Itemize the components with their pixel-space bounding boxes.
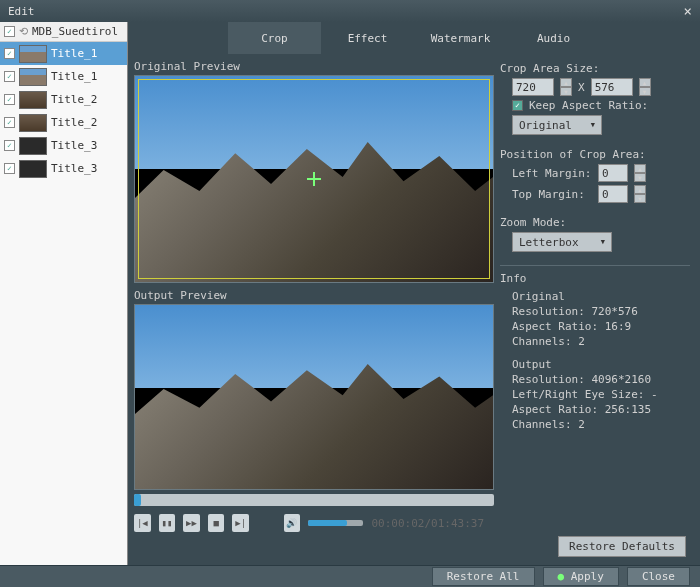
sidebar-item-label: Title_1 <box>51 70 97 83</box>
crop-size-label: Crop Area Size: <box>500 62 690 75</box>
timecode: 00:00:02/01:43:37 <box>371 517 484 530</box>
footer: Restore All Apply Close <box>0 565 700 587</box>
restore-all-button[interactable]: Restore All <box>432 567 535 586</box>
close-button[interactable]: Close <box>627 567 690 586</box>
output-preview-label: Output Preview <box>134 289 484 302</box>
window-title: Edit <box>8 5 35 18</box>
crop-panel: Crop Area Size: 720 ▲▼ X 576 ▲▼ ✓ Keep A… <box>490 54 700 565</box>
info-out-res: Resolution: 4096*2160 <box>512 372 690 387</box>
restore-defaults-button[interactable]: Restore Defaults <box>558 536 686 557</box>
keep-ratio-label: Keep Aspect Ratio: <box>529 99 648 112</box>
sidebar-item-label: Title_3 <box>51 139 97 152</box>
left-margin-label: Left Margin: <box>512 167 592 180</box>
sidebar-item[interactable]: ✓Title_1 <box>0 42 127 65</box>
seek-bar[interactable] <box>134 494 494 506</box>
crop-position-label: Position of Crop Area: <box>500 148 690 161</box>
keep-ratio-checkbox[interactable]: ✓ <box>512 100 523 111</box>
info-output-label: Output <box>512 357 690 372</box>
crop-width-input[interactable]: 720 <box>512 78 554 96</box>
volume-icon[interactable]: 🔊 <box>284 514 301 532</box>
checkbox-icon[interactable]: ✓ <box>4 117 15 128</box>
top-margin-input[interactable]: 0 <box>598 185 628 203</box>
fast-forward-icon[interactable]: ▶▶ <box>183 514 200 532</box>
tab-watermark[interactable]: Watermark <box>414 22 507 54</box>
sidebar-item[interactable]: ✓Title_2 <box>0 111 127 134</box>
original-preview-label: Original Preview <box>134 60 484 73</box>
pause-icon[interactable]: ▮▮ <box>159 514 176 532</box>
top-spinner[interactable]: ▲▼ <box>634 185 646 203</box>
aspect-ratio-select[interactable]: Original <box>512 115 602 135</box>
workarea: Original Preview Output Preview |◀ ▮▮ <box>128 54 700 565</box>
info-title: Info <box>500 272 690 285</box>
sidebar-item[interactable]: ✓Title_3 <box>0 134 127 157</box>
thumbnail <box>19 68 47 86</box>
left-margin-input[interactable]: 0 <box>598 164 628 182</box>
volume-slider[interactable] <box>308 520 363 526</box>
thumbnail <box>19 45 47 63</box>
top-margin-label: Top Margin: <box>512 188 592 201</box>
zoom-mode-label: Zoom Mode: <box>500 216 690 229</box>
info-original-label: Original <box>512 289 690 304</box>
x-label: X <box>578 81 585 94</box>
zoom-mode-select[interactable]: Letterbox <box>512 232 612 252</box>
original-preview[interactable] <box>134 75 494 283</box>
titlebar: Edit × <box>0 0 700 22</box>
next-icon[interactable]: ▶| <box>232 514 249 532</box>
crop-frame[interactable] <box>138 79 490 279</box>
checkbox-icon[interactable]: ✓ <box>4 94 15 105</box>
info-out-aspect: Aspect Ratio: 256:135 <box>512 402 690 417</box>
info-box: Info Original Resolution: 720*576 Aspect… <box>500 265 690 432</box>
checkbox-icon[interactable]: ✓ <box>4 163 15 174</box>
checkbox-icon[interactable]: ✓ <box>4 71 15 82</box>
height-spinner[interactable]: ▲▼ <box>639 78 651 96</box>
preview-column: Original Preview Output Preview |◀ ▮▮ <box>128 54 490 565</box>
info-orig-aspect: Aspect Ratio: 16:9 <box>512 319 690 334</box>
sidebar-item[interactable]: ✓Title_2 <box>0 88 127 111</box>
info-orig-channels: Channels: 2 <box>512 334 690 349</box>
tab-audio[interactable]: Audio <box>507 22 600 54</box>
output-preview <box>134 304 494 490</box>
crop-height-input[interactable]: 576 <box>591 78 633 96</box>
tab-effect[interactable]: Effect <box>321 22 414 54</box>
checkbox-icon[interactable]: ✓ <box>4 140 15 151</box>
sidebar-item[interactable]: ✓Title_3 <box>0 157 127 180</box>
thumbnail <box>19 114 47 132</box>
sidebar-item-label: Title_3 <box>51 162 97 175</box>
thumbnail <box>19 137 47 155</box>
sidebar-root[interactable]: ✓ ⟲ MDB_Suedtirol <box>0 22 127 42</box>
sidebar-item[interactable]: ✓Title_1 <box>0 65 127 88</box>
checkbox-icon[interactable]: ✓ <box>4 48 15 59</box>
thumbnail <box>19 91 47 109</box>
sidebar-item-label: Title_1 <box>51 47 97 60</box>
left-spinner[interactable]: ▲▼ <box>634 164 646 182</box>
tabs: CropEffectWatermarkAudio <box>128 22 700 54</box>
info-orig-res: Resolution: 720*576 <box>512 304 690 319</box>
sidebar-item-label: Title_2 <box>51 93 97 106</box>
stop-icon[interactable]: ■ <box>208 514 225 532</box>
info-out-channels: Channels: 2 <box>512 417 690 432</box>
width-spinner[interactable]: ▲▼ <box>560 78 572 96</box>
prev-icon[interactable]: |◀ <box>134 514 151 532</box>
info-out-eye: Left/Right Eye Size: - <box>512 387 690 402</box>
sidebar-item-label: Title_2 <box>51 116 97 129</box>
apply-button[interactable]: Apply <box>543 567 619 586</box>
sidebar-root-label: MDB_Suedtirol <box>32 25 118 38</box>
content-area: CropEffectWatermarkAudio Original Previe… <box>128 22 700 565</box>
tab-crop[interactable]: Crop <box>228 22 321 54</box>
checkbox-icon[interactable]: ✓ <box>4 26 15 37</box>
close-icon[interactable]: × <box>684 3 692 19</box>
main: ✓ ⟲ MDB_Suedtirol ✓Title_1✓Title_1✓Title… <box>0 22 700 565</box>
sidebar: ✓ ⟲ MDB_Suedtirol ✓Title_1✓Title_1✓Title… <box>0 22 128 565</box>
thumbnail <box>19 160 47 178</box>
refresh-icon[interactable]: ⟲ <box>19 25 28 38</box>
crosshair-icon <box>307 172 321 186</box>
playback-controls: |◀ ▮▮ ▶▶ ■ ▶| 🔊 00:00:02/01:43:37 <box>134 512 484 534</box>
